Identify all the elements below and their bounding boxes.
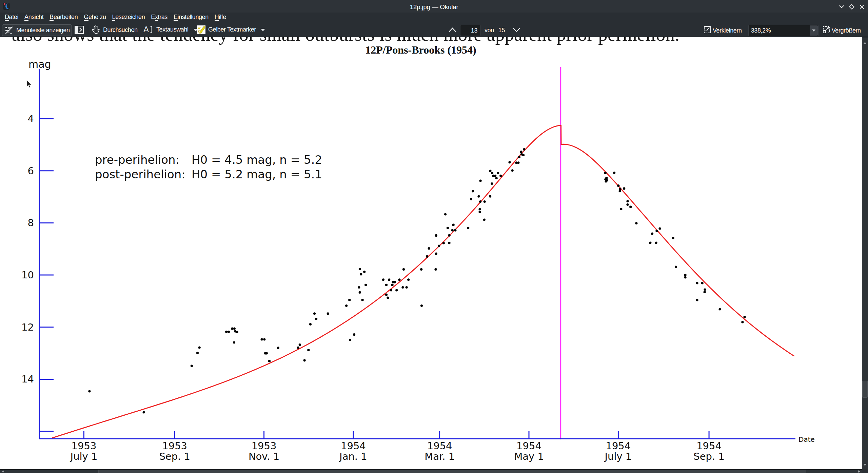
observation-point [696, 282, 698, 284]
scroll-down-button[interactable] [862, 461, 868, 469]
observation-point [478, 208, 481, 210]
zoom-combo-dropdown-button[interactable] [810, 25, 818, 36]
zoom-level-combobox[interactable]: 338,2% [748, 25, 818, 36]
scroll-down-arrow-icon [863, 464, 867, 466]
svg-text:A: A [143, 25, 149, 34]
text-selection-tool-button[interactable]: A Textauswahl [143, 25, 198, 34]
observation-point [382, 278, 384, 281]
observation-point [494, 175, 496, 177]
observation-point [315, 318, 317, 320]
observation-point [623, 187, 625, 190]
highlighter-tool-button[interactable]: Gelber Textmarker [197, 25, 265, 34]
menu-item-label: Gehe zu [84, 14, 106, 21]
window-close-button[interactable] [857, 2, 867, 12]
observation-point [489, 195, 491, 198]
observation-point [696, 299, 698, 301]
scroll-right-button[interactable] [856, 470, 862, 473]
observation-point [307, 349, 310, 351]
window-minimize-chevron-icon [839, 5, 844, 8]
vertical-scrollbar-thumb[interactable] [862, 381, 868, 398]
tool-dropdown-arrow[interactable] [260, 26, 265, 33]
observation-point [364, 284, 367, 286]
x-tick-year-label: 1954 [696, 440, 722, 452]
menu-item-gehe-zu[interactable]: Gehe zu [81, 13, 109, 21]
x-tick-date-label: Mar. 1 [425, 451, 455, 462]
next-page-chevron-icon [513, 27, 520, 32]
menu-item-datei[interactable]: Datei [2, 13, 21, 21]
x-tick-year-label: 1954 [341, 440, 366, 452]
observation-point [523, 148, 525, 151]
observation-point [394, 281, 396, 283]
y-tick-label: 12 [21, 321, 34, 333]
window-maximize-button[interactable] [847, 2, 857, 12]
observation-point [435, 253, 437, 255]
observation-point [617, 184, 619, 187]
observation-point [452, 224, 455, 226]
observation-point [626, 203, 629, 206]
observation-point [491, 182, 493, 185]
observation-point [442, 242, 445, 244]
window-title: 12p.jpg — Okular [0, 0, 868, 13]
y-tick-label: 4 [28, 113, 34, 124]
horizontal-scrollbar[interactable] [0, 469, 862, 473]
x-tick-year-label: 1954 [606, 440, 631, 452]
previous-page-button[interactable] [449, 27, 456, 34]
observation-point [349, 339, 351, 341]
zoom-in-button[interactable] [823, 26, 830, 35]
menu-item-bearbeiten[interactable]: Bearbeiten [46, 13, 81, 21]
observation-point [345, 304, 348, 307]
observation-point [228, 331, 230, 333]
show-sidebar-button[interactable] [75, 26, 84, 34]
observation-point [658, 227, 661, 230]
menu-item-lesezeichen[interactable]: Lesezeichen [109, 13, 148, 21]
observation-point [444, 213, 447, 215]
menu-item-hilfe[interactable]: Hilfe [212, 13, 229, 21]
observation-point [426, 255, 428, 258]
menu-item-extras[interactable]: Extras [148, 13, 171, 21]
zoom-out-icon [704, 26, 711, 34]
observation-point [478, 211, 481, 213]
observation-point [268, 360, 271, 362]
menu-item-einstellungen[interactable]: Einstellungen [171, 13, 212, 21]
observation-point [517, 161, 519, 164]
browse-tool-button[interactable]: Durchsuchen [92, 25, 138, 35]
observation-point [420, 304, 423, 307]
observation-point [313, 312, 316, 315]
scroll-up-button[interactable] [862, 40, 868, 46]
document-view[interactable]: also shows that the tendency for small o… [0, 37, 862, 469]
observation-point [385, 284, 388, 286]
observation-point [655, 230, 658, 232]
page-number-input[interactable]: 13 [460, 25, 481, 36]
menu-item-label: Lesezeichen [112, 14, 145, 21]
observation-point [467, 227, 469, 229]
annotation-value: H0 = 5.2 mag, n = 5.1 [192, 167, 322, 181]
combo-dropdown-arrow-icon [812, 29, 816, 32]
observation-point [448, 234, 451, 237]
observation-point [672, 237, 674, 239]
menu-item-ansicht[interactable]: Ansicht [21, 13, 46, 21]
vertical-scrollbar[interactable] [862, 37, 868, 469]
menubar: DateiAnsichtBearbeitenGehe zuLesezeichen… [0, 13, 868, 22]
menu-item-label: Datei [5, 14, 18, 21]
window-close-icon [860, 4, 864, 9]
observation-point [491, 172, 493, 174]
observation-point [143, 411, 145, 413]
next-page-button[interactable] [513, 27, 520, 34]
horizontal-scrollbar-thumb[interactable] [98, 470, 806, 473]
previous-page-chevron-icon [449, 27, 456, 32]
x-tick-date-label: July 1 [604, 451, 632, 462]
observation-point [620, 208, 622, 210]
annotation-label: post-perihelion: [95, 167, 185, 181]
scroll-left-button[interactable] [0, 470, 6, 473]
window-maximize-diamond-icon [849, 4, 854, 9]
observation-point [741, 321, 744, 323]
observation-point [390, 289, 392, 291]
window-minimize-button[interactable] [836, 2, 847, 12]
show-menubar-button[interactable]: Menüleiste anzeigen [2, 24, 72, 36]
observation-point [613, 172, 615, 174]
observation-point [451, 229, 454, 232]
observation-point [402, 268, 405, 271]
observation-point [420, 268, 422, 271]
zoom-out-button[interactable] [704, 26, 711, 35]
observation-point [398, 278, 400, 281]
